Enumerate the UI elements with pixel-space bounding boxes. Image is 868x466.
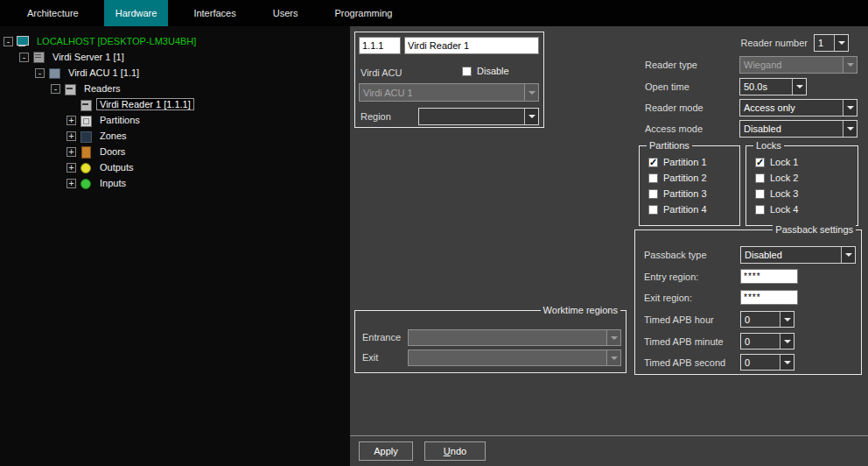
lock-3-checkbox[interactable]: Lock 3	[755, 188, 798, 199]
partitions-group: Partitions Partition 1 Partition 2 Parti…	[639, 145, 740, 226]
tree-row: + Outputs	[0, 159, 350, 175]
acu-select-value: Virdi ACU 1	[360, 88, 524, 98]
checkbox-icon	[648, 205, 658, 215]
passback-type-select[interactable]: Disabled	[740, 246, 856, 264]
reader-mode-label: Reader mode	[645, 102, 704, 114]
checkbox-icon	[648, 158, 658, 167]
checkbox-label: Lock 2	[770, 173, 798, 183]
collapse-icon[interactable]: -	[19, 53, 29, 62]
readers-folder-icon	[64, 83, 76, 95]
tree-row: - LOCALHOST [DESKTOP-LM3U4BH]	[0, 33, 350, 49]
entrance-label: Entrance	[362, 332, 401, 343]
checkbox-label: Lock 3	[770, 188, 798, 199]
expand-icon[interactable]: +	[66, 179, 76, 188]
checkbox-icon	[755, 205, 765, 215]
timed-apb-minute-select[interactable]: 0	[740, 333, 794, 350]
entrance-select[interactable]	[408, 329, 621, 346]
tree-item-partitions[interactable]: Partitions	[96, 114, 144, 126]
access-mode-select[interactable]: Disabled	[739, 120, 858, 138]
reader-mode-select[interactable]: Access only	[739, 99, 858, 116]
undo-accelerator: U	[444, 446, 451, 456]
tree-item-doors[interactable]: Doors	[96, 145, 129, 158]
tree-row: - Virdi Server 1 [1]	[0, 49, 350, 65]
checkbox-label: Partition 2	[663, 173, 707, 183]
collapse-icon[interactable]: -	[35, 68, 45, 78]
exit-select[interactable]	[408, 350, 621, 366]
checkbox-icon	[755, 173, 765, 183]
collapse-icon[interactable]: -	[4, 37, 13, 46]
timed-apb-second-label: Timed APB second	[644, 357, 725, 369]
timed-apb-second-select[interactable]: 0	[740, 354, 794, 371]
worktime-regions-group: Worktime regions Entrance Exit	[354, 310, 626, 373]
tab-interfaces[interactable]: Interfaces	[182, 0, 247, 26]
apply-button[interactable]: Apply	[359, 441, 413, 461]
device-tree: - LOCALHOST [DESKTOP-LM3U4BH] - Virdi Se…	[0, 26, 350, 466]
chevron-down-icon	[792, 79, 806, 95]
reader-name-input[interactable]	[404, 37, 539, 54]
region-label: Region	[360, 111, 391, 123]
reader-address-input[interactable]	[359, 37, 401, 54]
region-select[interactable]	[418, 108, 539, 125]
exit-region-input[interactable]	[740, 290, 798, 305]
checkbox-label: Lock 1	[770, 157, 798, 167]
expand-icon[interactable]: +	[66, 147, 76, 157]
chevron-down-icon	[834, 35, 848, 51]
checkbox-icon	[648, 173, 658, 183]
timed-apb-hour-select[interactable]: 0	[740, 311, 794, 328]
reader-identity-group: Virdi ACU Disable Virdi ACU 1 Region	[354, 32, 544, 128]
chevron-down-icon	[843, 100, 857, 116]
reader-number-select[interactable]: 1	[814, 34, 849, 52]
collapse-icon[interactable]: -	[51, 84, 60, 94]
timed-apb-minute-value: 0	[741, 336, 780, 347]
tab-programming[interactable]: Programming	[323, 0, 403, 26]
expand-icon[interactable]: +	[66, 131, 76, 141]
expand-icon[interactable]: +	[66, 163, 76, 173]
partitions-icon	[80, 115, 92, 126]
partition-1-checkbox[interactable]: Partition 1	[648, 157, 707, 167]
chevron-down-icon	[780, 334, 794, 349]
passback-type-label: Passback type	[644, 250, 707, 261]
computer-icon	[17, 36, 29, 47]
lock-1-checkbox[interactable]: Lock 1	[755, 157, 798, 167]
disable-checkbox[interactable]: Disable	[462, 66, 509, 76]
tree-item-inputs[interactable]: Inputs	[96, 177, 130, 189]
open-time-select[interactable]: 50.0s	[739, 78, 807, 95]
tab-architecture[interactable]: Architecture	[16, 0, 90, 26]
tree-row: - Readers	[0, 81, 350, 96]
tree-row: + Partitions	[0, 112, 350, 128]
checkbox-icon	[755, 189, 765, 199]
tree-item-virdi-reader-selected[interactable]: Virdi Reader 1 [1.1.1]	[96, 98, 194, 110]
tree-row: - Virdi ACU 1 [1.1]	[0, 65, 350, 81]
tree-item-readers[interactable]: Readers	[80, 82, 124, 95]
checkbox-label: Partition 1	[663, 157, 707, 167]
reader-mode-value: Access only	[740, 102, 843, 113]
tree-row: Virdi Reader 1 [1.1.1]	[0, 96, 350, 112]
tab-hardware[interactable]: Hardware	[104, 0, 169, 26]
checkbox-label: Partition 3	[663, 188, 707, 199]
acu-select: Virdi ACU 1	[359, 83, 539, 102]
partition-4-checkbox[interactable]: Partition 4	[648, 204, 707, 215]
entry-region-input[interactable]	[740, 269, 798, 284]
tree-item-virdi-acu[interactable]: Virdi ACU 1 [1.1]	[65, 67, 143, 79]
inputs-icon	[80, 178, 92, 189]
tree-item-zones[interactable]: Zones	[96, 130, 130, 142]
tree-item-outputs[interactable]: Outputs	[96, 161, 137, 173]
undo-rest: ndo	[451, 446, 466, 456]
lock-2-checkbox[interactable]: Lock 2	[755, 173, 798, 183]
disable-checkbox-label: Disable	[477, 66, 509, 76]
checkbox-icon	[648, 189, 658, 199]
undo-button[interactable]: Undo	[424, 441, 486, 461]
tree-item-virdi-server[interactable]: Virdi Server 1 [1]	[49, 51, 128, 63]
checkbox-label: Partition 4	[663, 204, 707, 215]
passback-group-title: Passback settings	[773, 224, 856, 236]
partition-2-checkbox[interactable]: Partition 2	[648, 173, 707, 183]
tree-item-localhost[interactable]: LOCALHOST [DESKTOP-LM3U4BH]	[33, 35, 200, 47]
expand-icon[interactable]: +	[66, 116, 76, 125]
tab-users[interactable]: Users	[262, 0, 310, 26]
lock-4-checkbox[interactable]: Lock 4	[755, 204, 798, 215]
passback-type-value: Disabled	[741, 250, 841, 260]
chevron-down-icon	[780, 355, 794, 370]
locks-group: Locks Lock 1 Lock 2 Lock 3 Lock 4	[746, 145, 858, 226]
partition-3-checkbox[interactable]: Partition 3	[648, 188, 707, 199]
locks-group-title: Locks	[753, 140, 784, 152]
